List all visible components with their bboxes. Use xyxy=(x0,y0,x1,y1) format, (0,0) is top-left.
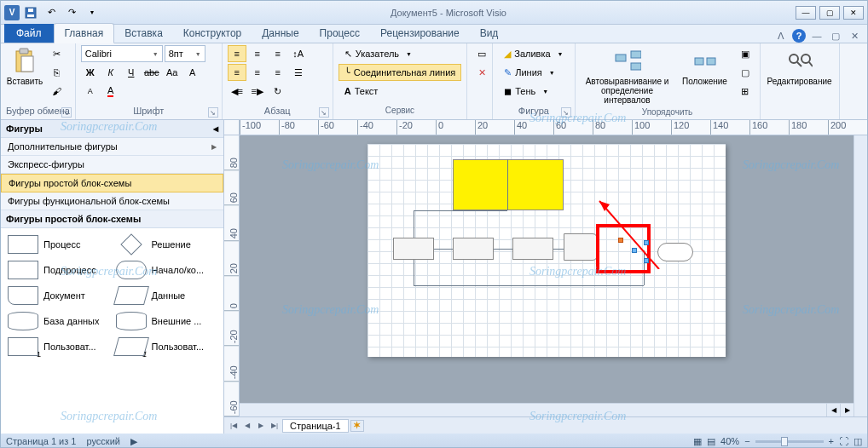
change-case-button[interactable]: Aa xyxy=(163,64,182,81)
quick-shapes-item[interactable]: Экспресс-фигуры xyxy=(1,156,223,174)
rotate-text-button[interactable]: ↻ xyxy=(269,83,287,100)
redo-button[interactable]: ↷ xyxy=(62,4,81,21)
pointer-tool-button[interactable]: ↖Указатель▼ xyxy=(339,45,418,62)
font-launcher[interactable]: ↘ xyxy=(208,107,218,118)
editing-button[interactable]: Редактирование xyxy=(766,45,834,89)
cut-button[interactable]: ✂ xyxy=(47,45,66,62)
paste-button[interactable]: Вставить xyxy=(6,45,43,89)
underline-button[interactable]: Ч xyxy=(122,64,141,81)
align-middle-button[interactable]: ≡ xyxy=(248,45,267,62)
basic-flowchart-item[interactable]: Фигуры простой блок-схемы xyxy=(1,174,223,192)
decrease-indent-button[interactable]: ◀≡ xyxy=(228,83,246,100)
horizontal-scrollbar[interactable]: ◀▶ xyxy=(240,403,854,416)
bring-front-button[interactable]: ▣ xyxy=(736,45,755,62)
home-tab[interactable]: Главная xyxy=(54,23,115,43)
help-button[interactable]: ? xyxy=(792,29,806,43)
maximize-button[interactable]: ▢ xyxy=(819,6,840,20)
fullscreen-button[interactable]: ◫ xyxy=(854,436,862,447)
rectangle-tool-button[interactable]: ▭ xyxy=(472,45,491,62)
close-button[interactable]: ✕ xyxy=(843,6,864,20)
position-button[interactable]: Положение xyxy=(678,45,732,89)
auto-align-button[interactable]: Автовыравнивание и определение интервало… xyxy=(581,45,674,107)
view-icon-2[interactable]: ▤ xyxy=(707,436,715,447)
connection-point[interactable] xyxy=(632,248,637,253)
connection-point[interactable] xyxy=(644,258,649,263)
shape-subprocess[interactable]: Подпроцесс xyxy=(4,257,113,283)
font-color-button[interactable]: A xyxy=(101,83,120,100)
fill-button[interactable]: ◢Заливка▼ xyxy=(498,45,569,62)
status-record-icon[interactable]: ▶ xyxy=(130,436,137,447)
align-top-button[interactable]: ≡ xyxy=(228,45,246,62)
italic-button[interactable]: К xyxy=(101,64,120,81)
clipboard-launcher[interactable]: ↘ xyxy=(61,107,72,118)
design-tab[interactable]: Конструктор xyxy=(173,24,252,43)
yellow-box-shape[interactable] xyxy=(453,159,564,210)
zoom-value[interactable]: 40% xyxy=(720,436,739,446)
doc-restore-button[interactable]: ▢ xyxy=(828,29,843,43)
increase-indent-button[interactable]: ≡▶ xyxy=(248,83,267,100)
shape-decision[interactable]: Решение xyxy=(113,232,221,257)
review-tab[interactable]: Рецензирование xyxy=(370,24,470,43)
shape-custom2[interactable]: Пользоват... xyxy=(113,334,221,359)
insert-tab[interactable]: Вставка xyxy=(114,24,173,43)
align-center-button[interactable]: ≡ xyxy=(248,64,267,81)
bold-button[interactable]: Ж xyxy=(81,64,100,81)
visio-icon[interactable]: V xyxy=(4,5,20,20)
font-grow-button[interactable]: A xyxy=(183,64,202,81)
shape-data[interactable]: Данные xyxy=(113,283,221,308)
align-right-button[interactable]: ≡ xyxy=(269,64,287,81)
prev-page-button[interactable]: ◀ xyxy=(241,422,253,429)
text-tool-button[interactable]: AТекст xyxy=(339,83,385,100)
zoom-slider[interactable] xyxy=(755,440,824,443)
process-tab[interactable]: Процесс xyxy=(310,24,370,43)
connector-tool-button[interactable]: ╰Соединительная линия xyxy=(339,64,461,81)
view-tab[interactable]: Вид xyxy=(470,24,509,43)
strikethrough-button[interactable]: abc xyxy=(142,64,161,81)
font-shrink-button[interactable]: A xyxy=(81,83,100,100)
box-shape-2[interactable] xyxy=(453,238,494,260)
zoom-in-button[interactable]: + xyxy=(829,436,834,446)
connection-point[interactable] xyxy=(618,238,623,243)
add-page-button[interactable]: ✶ xyxy=(350,420,364,432)
align-bottom-button[interactable]: ≡ xyxy=(269,45,287,62)
group-button[interactable]: ⊞ xyxy=(736,83,755,100)
last-page-button[interactable]: ▶| xyxy=(269,422,281,429)
first-page-button[interactable]: |◀ xyxy=(228,422,240,429)
undo-button[interactable]: ↶ xyxy=(42,4,61,21)
shadow-button[interactable]: ◼Тень▼ xyxy=(498,83,569,100)
functional-flowchart-item[interactable]: Фигуры функциональной блок-схемы xyxy=(1,192,223,210)
shape-startend[interactable]: Начало/ко... xyxy=(113,257,221,283)
data-tab[interactable]: Данные xyxy=(252,24,309,43)
send-back-button[interactable]: ▢ xyxy=(736,64,755,81)
shape-process[interactable]: Процесс xyxy=(4,232,113,257)
more-shapes-item[interactable]: Дополнительные фигуры▶ xyxy=(1,138,223,156)
shape-custom1[interactable]: Пользоват... xyxy=(4,334,113,359)
file-tab[interactable]: Файл xyxy=(4,24,54,43)
line-button[interactable]: ✎Линия▼ xyxy=(498,64,569,81)
qat-dropdown[interactable]: ▼ xyxy=(83,4,101,21)
shape-database[interactable]: База данных xyxy=(4,308,113,334)
minimize-button[interactable]: — xyxy=(796,6,816,20)
drawing-page[interactable] xyxy=(367,144,726,357)
next-page-button[interactable]: ▶ xyxy=(255,422,267,429)
shape-external[interactable]: Внешние ... xyxy=(113,308,221,334)
minimize-ribbon-button[interactable]: ᐱ xyxy=(773,29,789,43)
vertical-scrollbar[interactable] xyxy=(854,135,867,416)
box-shape-4[interactable] xyxy=(564,233,598,261)
doc-minimize-button[interactable]: — xyxy=(809,29,825,43)
canvas[interactable] xyxy=(240,135,867,416)
font-size-combo[interactable]: 8пт▼ xyxy=(165,45,205,62)
terminator-shape[interactable] xyxy=(657,243,693,261)
format-painter-button[interactable]: 🖌 xyxy=(47,83,66,100)
box-shape-3[interactable] xyxy=(512,238,553,260)
bullets-button[interactable]: ☰ xyxy=(289,64,308,81)
save-button[interactable] xyxy=(21,4,40,21)
font-name-combo[interactable]: Calibri▼ xyxy=(81,45,163,62)
text-direction-button[interactable]: ↕A xyxy=(289,45,308,62)
shapes-pane-header[interactable]: Фигуры◀ xyxy=(1,120,223,138)
connection-point[interactable] xyxy=(644,240,649,245)
view-icon-1[interactable]: ▦ xyxy=(693,436,702,447)
shape-launcher[interactable]: ↘ xyxy=(561,107,571,118)
shape-document[interactable]: Документ xyxy=(4,283,113,308)
status-language[interactable]: русский xyxy=(86,436,119,446)
